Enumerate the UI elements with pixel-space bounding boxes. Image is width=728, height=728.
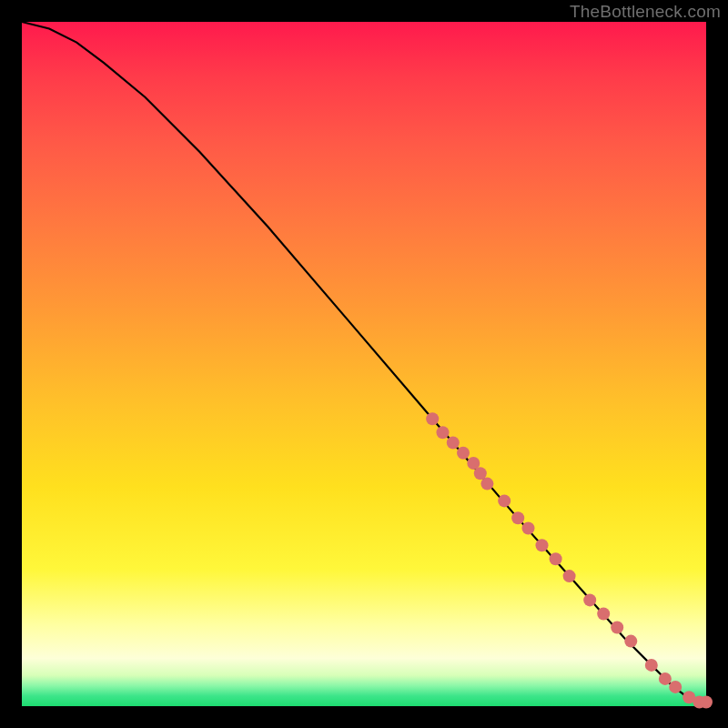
data-point	[426, 412, 439, 425]
data-point	[550, 552, 562, 565]
data-point	[447, 437, 460, 450]
watermark-text: TheBottleneck.com	[570, 2, 721, 22]
data-point	[669, 681, 682, 693]
data-point	[480, 478, 493, 490]
marker-group	[426, 412, 713, 708]
data-point	[659, 672, 672, 685]
data-point	[700, 696, 713, 709]
data-point	[511, 511, 524, 524]
data-point	[624, 635, 637, 648]
curve-line	[22, 22, 706, 703]
data-point	[536, 539, 549, 551]
data-point	[645, 659, 658, 672]
data-point	[597, 608, 610, 621]
data-point	[457, 447, 470, 460]
data-point	[498, 494, 511, 507]
plot-area	[22, 22, 706, 706]
data-point	[583, 593, 596, 606]
data-point	[437, 426, 450, 439]
data-point	[563, 570, 576, 582]
data-point	[522, 522, 535, 535]
chart-svg	[22, 22, 706, 706]
chart-frame: TheBottleneck.com	[0, 0, 728, 728]
data-point	[611, 622, 623, 634]
